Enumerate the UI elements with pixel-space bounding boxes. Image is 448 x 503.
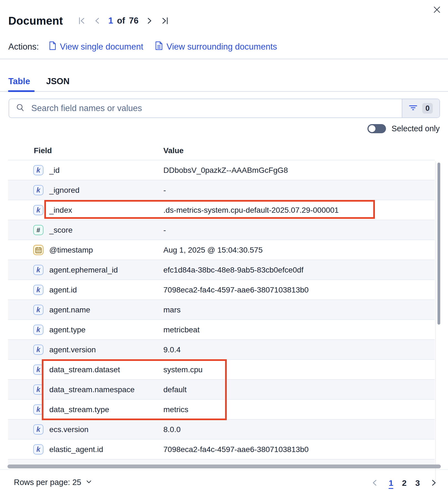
next-document-button[interactable] [146,16,153,25]
view-surrounding-documents-label: View surrounding documents [166,42,277,52]
field-value: .ds-metrics-system.cpu-default-2025.07.2… [163,200,339,220]
field-value: system.cpu [163,360,203,380]
next-page-button[interactable] [428,476,440,490]
view-surrounding-documents-link[interactable]: View surrounding documents [155,41,277,53]
table-row-@timestamp[interactable]: @timestamp Aug 1, 2025 @ 15:04:30.575 [8,240,435,260]
column-header-value: Value [163,146,184,155]
vertical-scrollbar-track [435,161,436,481]
field-value: Aug 1, 2025 @ 15:04:30.575 [163,240,263,260]
field-value: mars [163,300,181,320]
page-button-2[interactable]: 2 [398,476,411,490]
number-field-icon: # [33,225,43,235]
last-page-icon [161,16,169,25]
field-value: - [163,220,166,240]
search-input[interactable] [31,103,402,114]
table-row-_score[interactable]: # _score - [8,220,435,240]
field-name: data_stream.type [49,400,109,420]
document-position: 1 of 76 [108,16,138,26]
last-document-button[interactable] [161,16,169,25]
table-rows: k _id DDbobsV_0pazkZ--AAABmGcFgG8 k _ign… [0,160,448,459]
field-name: agent.version [49,340,96,360]
chevron-left-icon [371,479,378,488]
view-single-document-link[interactable]: View single document [49,41,143,53]
close-flyout-button[interactable] [431,4,443,16]
field-value: 7098eca2-fa4c-4597-aae6-3807103813b0 [163,280,309,300]
chevron-down-icon [86,478,92,487]
keyword-field-icon: k [33,205,43,215]
field-name: agent.ephemeral_id [49,260,118,280]
chevron-right-icon [430,479,437,488]
field-name: agent.name [49,300,90,320]
filter-icon [409,104,417,113]
tabs-rule [0,91,448,92]
field-search-bar: 0 [9,99,440,118]
table-row-agent.type[interactable]: k agent.type metricbeat [8,319,435,339]
field-name: @timestamp [49,240,93,260]
search-field-wrap [9,99,402,117]
keyword-field-icon: k [33,185,43,195]
header-divider [0,59,448,59]
field-name: agent.id [49,280,77,300]
table-row-_id[interactable]: k _id DDbobsV_0pazkZ--AAABmGcFgG8 [8,160,435,180]
first-document-button[interactable] [77,16,86,25]
page-pagination: 123 [369,476,440,490]
table-row-agent.version[interactable]: k agent.version 9.0.4 [8,339,435,359]
table-row-elastic_agent.id[interactable]: k elastic_agent.id 7098eca2-fa4c-4597-aa… [8,439,435,459]
vertical-scrollbar[interactable] [437,163,440,325]
table-row-partial [8,459,435,464]
column-header-field: Field [34,146,52,155]
table-row-data_stream.dataset[interactable]: k data_stream.dataset system.cpu [8,359,435,379]
selected-only-toggle[interactable] [367,124,386,133]
field-name: data_stream.dataset [49,360,120,380]
keyword-field-icon: k [33,305,43,315]
keyword-field-icon: k [33,165,43,175]
table-footer: Rows per page: 25 123 [0,471,448,499]
document-flyout: Document 1 of 76 [0,0,448,503]
table-row-_ignored[interactable]: k _ignored - [8,180,435,200]
field-name: _id [49,160,60,180]
table-row-data_stream.type[interactable]: k data_stream.type metrics [8,399,435,419]
table-row-agent.name[interactable]: k agent.name mars [8,299,435,319]
previous-document-button[interactable] [93,16,101,25]
table-row-_index[interactable]: k _index .ds-metrics-system.cpu-default-… [8,200,435,220]
keyword-field-icon: k [33,444,43,455]
tab-json[interactable]: JSON [46,76,71,93]
actions-label: Actions: [8,42,39,52]
field-name: _index [49,200,72,220]
table-row-data_stream.namespace[interactable]: k data_stream.namespace default [8,379,435,399]
chevron-right-icon [146,16,153,25]
document-pager: 1 of 76 [77,16,169,26]
keyword-field-icon: k [33,325,43,335]
rows-per-page-button[interactable]: Rows per page: 25 [12,478,94,487]
field-name: _ignored [49,180,79,200]
field-value: efc1d84a-38bc-48e8-9ab5-83cb0efce0df [163,260,303,280]
first-page-icon [77,16,86,25]
table-row-agent.ephemeral_id[interactable]: k agent.ephemeral_id efc1d84a-38bc-48e8-… [8,260,435,279]
of-label: of [117,16,125,26]
table-row-ecs.version[interactable]: k ecs.version 8.0.0 [8,419,435,439]
filter-count-badge: 0 [422,103,433,114]
page-button-1[interactable]: 1 [384,476,398,490]
keyword-field-icon: k [33,365,43,375]
previous-page-button[interactable] [369,476,380,490]
total-documents: 76 [129,16,138,26]
page-number-list: 123 [384,476,424,490]
field-value: 8.0.0 [163,420,181,440]
actions-bar: Actions: View single document View surro… [8,40,284,53]
field-value: 9.0.4 [163,340,181,360]
footer-divider [0,469,448,470]
search-icon [16,103,25,113]
field-filters-button[interactable]: 0 [402,99,439,117]
table-row-agent.id[interactable]: k agent.id 7098eca2-fa4c-4597-aae6-38071… [8,279,435,299]
page-button-3[interactable]: 3 [411,476,424,490]
rows-per-page-label: Rows per page: 25 [14,478,81,487]
selected-only-label: Selected only [392,124,440,133]
field-name: _score [49,220,73,240]
chevron-left-icon [93,16,101,25]
keyword-field-icon: k [33,345,43,355]
close-icon [432,5,441,15]
view-single-document-label: View single document [60,42,143,52]
field-value: metricbeat [163,320,200,340]
field-name: agent.type [49,320,86,340]
horizontal-scrollbar[interactable] [7,464,441,468]
